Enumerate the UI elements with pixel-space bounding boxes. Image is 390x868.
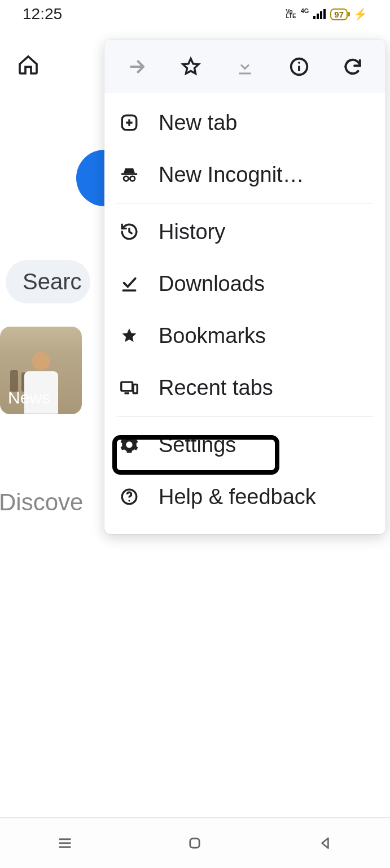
star-icon[interactable]	[179, 55, 202, 78]
svg-point-6	[130, 176, 135, 181]
overflow-menu: New tab New Incognit… History Downloads	[104, 40, 385, 534]
menu-item-label: Settings	[159, 433, 236, 457]
menu-item-label: Recent tabs	[159, 376, 273, 400]
menu-item-recent-tabs[interactable]: Recent tabs	[104, 362, 385, 414]
discover-heading: Discove	[0, 489, 86, 516]
svg-point-5	[124, 176, 129, 181]
back-nav-icon[interactable]	[315, 834, 335, 853]
charging-bolt-icon: ⚡	[353, 7, 367, 21]
svg-rect-7	[121, 382, 133, 391]
history-icon	[119, 222, 139, 242]
menu-item-label: History	[159, 220, 225, 244]
incognito-icon	[119, 164, 139, 185]
menu-item-help[interactable]: Help & feedback	[104, 471, 385, 523]
devices-icon	[119, 377, 139, 398]
home-nav-icon[interactable]	[185, 834, 204, 853]
search-input[interactable]: Searc	[6, 260, 90, 303]
download-icon[interactable]	[234, 55, 256, 78]
battery-icon: 97	[330, 8, 348, 20]
menu-divider	[117, 203, 373, 203]
menu-item-history[interactable]: History	[104, 206, 385, 258]
signal-4g-label: 4G	[301, 7, 309, 14]
refresh-icon[interactable]	[341, 55, 364, 78]
menu-top-actions	[104, 40, 385, 93]
volte-icon: VoLTE	[286, 10, 296, 19]
menu-divider	[117, 416, 373, 416]
menu-list: New tab New Incognit… History Downloads	[104, 93, 385, 526]
svg-rect-14	[190, 839, 199, 848]
menu-item-new-tab[interactable]: New tab	[104, 97, 385, 149]
menu-item-label: Bookmarks	[159, 324, 266, 348]
download-done-icon	[119, 274, 139, 294]
recents-icon[interactable]	[55, 834, 75, 853]
news-card[interactable]: News	[0, 327, 82, 414]
status-right: VoLTE 4G 97 ⚡	[286, 7, 367, 21]
status-bar: 12:25 VoLTE 4G 97 ⚡	[0, 0, 390, 28]
svg-rect-4	[121, 173, 137, 175]
forward-icon[interactable]	[126, 55, 148, 78]
star-fill-icon	[119, 326, 139, 346]
gear-icon	[119, 435, 139, 455]
plus-box-icon	[119, 112, 139, 133]
svg-point-10	[128, 500, 130, 502]
menu-item-bookmarks[interactable]: Bookmarks	[104, 310, 385, 362]
info-icon[interactable]	[288, 55, 310, 78]
signal-bars-icon	[313, 9, 326, 19]
svg-rect-8	[133, 384, 137, 393]
svg-point-2	[298, 61, 300, 63]
menu-item-new-incognito[interactable]: New Incognit…	[104, 149, 385, 201]
help-icon	[119, 487, 139, 507]
home-icon[interactable]	[17, 54, 40, 76]
menu-item-settings[interactable]: Settings	[104, 419, 385, 471]
android-nav-bar	[0, 817, 390, 868]
menu-item-label: New tab	[159, 111, 237, 135]
menu-item-label: Downloads	[159, 272, 265, 296]
status-time: 12:25	[23, 5, 62, 23]
menu-item-downloads[interactable]: Downloads	[104, 258, 385, 310]
news-card-label: News	[8, 388, 50, 407]
menu-item-label: Help & feedback	[159, 485, 316, 509]
menu-item-label: New Incognit…	[159, 163, 304, 187]
